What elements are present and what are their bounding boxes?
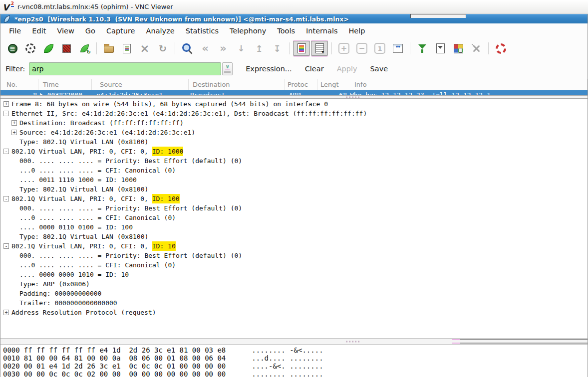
detail-row[interactable]: Type: 802.1Q Virtual LAN (0x8100) xyxy=(0,185,588,194)
vnc-toolbar-tab[interactable] xyxy=(410,14,466,18)
expander-icon[interactable] xyxy=(11,272,17,277)
expander-icon[interactable]: - xyxy=(3,149,9,154)
detail-row[interactable]: + Source: e4:1d:2d:26:3c:e1 (e4:1d:2d:26… xyxy=(0,128,588,137)
toolbar-resize-columns[interactable] xyxy=(389,41,406,56)
toolbar-find[interactable] xyxy=(179,41,196,56)
expander-icon[interactable] xyxy=(11,158,17,164)
expander-icon[interactable] xyxy=(11,177,17,183)
expander-icon[interactable]: + xyxy=(11,130,17,135)
filter-input[interactable] xyxy=(29,62,221,75)
hex-row[interactable]: 0020 00 01 e4 1d 2d 26 3c e1 0c 0c 0c 01… xyxy=(0,362,588,370)
expander-icon[interactable] xyxy=(11,205,17,211)
menu-edit[interactable]: Edit xyxy=(26,25,51,37)
toolbar-open[interactable] xyxy=(100,41,117,56)
detail-row[interactable]: ...0 .... .... .... = CFI: Canonical (0) xyxy=(0,260,588,270)
apply-button[interactable]: Apply xyxy=(337,65,357,73)
detail-row[interactable]: .... 0011 1110 1000 = ID: 1000 xyxy=(0,175,588,185)
expander-icon[interactable] xyxy=(11,262,17,268)
menu-file[interactable]: File xyxy=(3,25,26,37)
menu-telephony[interactable]: Telephony xyxy=(224,25,272,37)
toolbar-capture-start[interactable] xyxy=(40,41,57,56)
detail-row[interactable]: .... 0000 0110 0100 = ID: 100 xyxy=(0,222,588,232)
expander-icon[interactable]: + xyxy=(11,120,17,126)
detail-row[interactable]: Type: 802.1Q Virtual LAN (0x8100) xyxy=(0,137,588,147)
toolbar-reload[interactable] xyxy=(154,41,171,56)
toolbar-goto-packet[interactable] xyxy=(233,41,250,56)
detail-row[interactable]: 000. .... .... .... = Priority: Best Eff… xyxy=(0,203,588,213)
detail-row[interactable]: + Frame 8: 68 bytes on wire (544 bits), … xyxy=(0,99,588,109)
hex-row[interactable]: 0030 00 00 0c 0c 0c 02 00 00 00 00 00 00… xyxy=(0,370,588,377)
h-scrollbar-thumb[interactable] xyxy=(452,343,460,344)
filter-dropdown-button[interactable]: ∨ xyxy=(222,62,233,75)
column-header-time[interactable]: Time xyxy=(38,79,92,90)
menu-internals[interactable]: Internals xyxy=(300,25,343,37)
toolbar-zoom-100[interactable] xyxy=(371,41,388,56)
hex-row[interactable]: 0000 ff ff ff ff ff ff e4 1d 2d 26 3c e1… xyxy=(0,346,588,354)
toolbar-autoscroll[interactable] xyxy=(311,41,328,56)
expander-icon[interactable] xyxy=(11,281,17,287)
toolbar-zoom-in[interactable] xyxy=(335,41,352,56)
detail-row[interactable]: - 802.1Q Virtual LAN, PRI: 0, CFI: 0, ID… xyxy=(0,241,588,251)
splitter-grip-icon[interactable] xyxy=(346,341,360,342)
expander-icon[interactable] xyxy=(11,291,17,296)
toolbar-display-filters[interactable] xyxy=(432,41,449,56)
toolbar-capture-stop[interactable] xyxy=(58,41,75,56)
toolbar-goto-bottom[interactable] xyxy=(269,41,286,56)
menu-statistics[interactable]: Statistics xyxy=(180,25,224,37)
toolbar-back[interactable] xyxy=(197,41,214,56)
expander-icon[interactable]: - xyxy=(3,111,9,116)
expander-icon[interactable] xyxy=(11,168,17,173)
detail-row[interactable]: + Address Resolution Protocol (request) xyxy=(0,308,588,317)
h-scrollbar-track[interactable] xyxy=(460,343,588,344)
detail-row[interactable]: Type: ARP (0x0806) xyxy=(0,279,588,289)
detail-row[interactable]: - Ethernet II, Src: e4:1d:2d:26:3c:e1 (e… xyxy=(0,109,588,118)
toolbar-goto-top[interactable] xyxy=(251,41,268,56)
column-header-destination[interactable]: Destination xyxy=(189,79,285,90)
detail-row[interactable]: ...0 .... .... .... = CFI: Canonical (0) xyxy=(0,166,588,175)
column-header-protoc[interactable]: Protoc xyxy=(285,79,317,90)
pane-splitter-bottom[interactable] xyxy=(0,338,588,345)
expander-icon[interactable] xyxy=(11,187,17,192)
menu-help[interactable]: Help xyxy=(343,25,370,37)
toolbar-coloring-rules[interactable] xyxy=(450,41,467,56)
expander-icon[interactable] xyxy=(11,224,17,230)
menu-go[interactable]: Go xyxy=(80,25,101,37)
detail-row[interactable]: ...0 .... .... .... = CFI: Canonical (0) xyxy=(0,213,588,222)
h-scrollbar-thumb[interactable] xyxy=(452,339,460,340)
expander-icon[interactable] xyxy=(11,300,17,306)
expander-icon[interactable] xyxy=(11,215,17,220)
splitter-grip-icon[interactable] xyxy=(346,96,360,98)
detail-row[interactable]: 000. .... .... .... = Priority: Best Eff… xyxy=(0,251,588,260)
column-header-lengt[interactable]: Lengt xyxy=(317,79,348,90)
detail-row[interactable]: + Destination: Broadcast (ff:ff:ff:ff:ff… xyxy=(0,118,588,128)
detail-row[interactable]: .... 0000 0000 1010 = ID: 10 xyxy=(0,270,588,279)
detail-row[interactable]: Trailer: 0000000000000000 xyxy=(0,298,588,308)
menu-analyze[interactable]: Analyze xyxy=(141,25,180,37)
toolbar-capture-restart[interactable] xyxy=(76,41,93,56)
toolbar-colorize[interactable] xyxy=(293,41,310,56)
toolbar-capture-filters[interactable] xyxy=(414,41,431,56)
expander-icon[interactable]: + xyxy=(3,101,9,107)
detail-row[interactable]: - 802.1Q Virtual LAN, PRI: 0, CFI: 0, ID… xyxy=(0,194,588,203)
column-header-source[interactable]: Source xyxy=(92,79,189,90)
expander-icon[interactable]: + xyxy=(3,310,9,315)
toolbar-interfaces[interactable] xyxy=(4,41,21,56)
expander-icon[interactable] xyxy=(11,139,17,145)
clear-button[interactable]: Clear xyxy=(305,65,324,73)
detail-row[interactable]: Padding: 000000000000 xyxy=(0,289,588,298)
expander-icon[interactable] xyxy=(11,234,17,239)
wireshark-titlebar[interactable]: *enp2s0 [Wireshark 1.10.3 (SVN Rev Unkno… xyxy=(0,14,588,23)
toolbar-help[interactable] xyxy=(492,41,509,56)
pane-splitter-top[interactable] xyxy=(0,95,588,99)
detail-row[interactable]: 000. .... .... .... = Priority: Best Eff… xyxy=(0,156,588,166)
toolbar-save[interactable] xyxy=(118,41,135,56)
column-header-info[interactable]: Info xyxy=(348,79,588,90)
toolbar-forward[interactable] xyxy=(215,41,232,56)
detail-row[interactable]: - 802.1Q Virtual LAN, PRI: 0, CFI: 0, ID… xyxy=(0,147,588,156)
toolbar-capture-options[interactable] xyxy=(22,41,39,56)
expander-icon[interactable]: - xyxy=(3,196,9,201)
column-header-no[interactable]: No. xyxy=(0,79,38,90)
toolbar-preferences[interactable] xyxy=(468,41,485,56)
save-button[interactable]: Save xyxy=(370,65,388,73)
expander-icon[interactable] xyxy=(11,253,17,258)
